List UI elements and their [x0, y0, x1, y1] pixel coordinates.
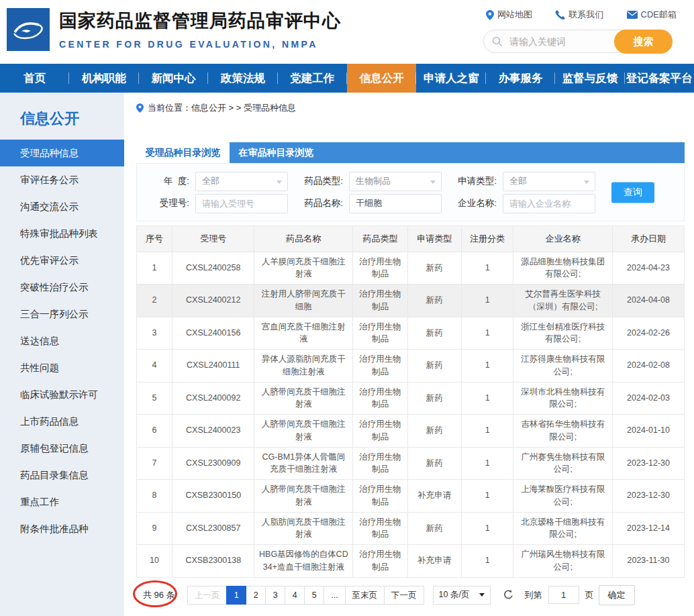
sidebar-item[interactable]: 特殊审批品种列表	[0, 220, 124, 247]
table-row[interactable]: 9CXSL2300857人脂肪间充质干细胞注射液治疗用生物制品新药1北京瑷格干细…	[137, 512, 685, 545]
sidebar-item[interactable]: 共性问题	[0, 354, 124, 381]
sidebar-item[interactable]: 原辅包登记信息	[0, 435, 124, 462]
table-cell: 治疗用生物制品	[353, 252, 408, 285]
table-cell: 7	[137, 447, 172, 480]
table-cell: 治疗用生物制品	[353, 317, 408, 350]
table-cell: 1	[461, 382, 513, 415]
title-block: 国家药品监督管理局药品审评中心 CENTER FOR DRUG EVALUATI…	[59, 9, 341, 50]
refresh-icon[interactable]	[503, 589, 514, 601]
table-row[interactable]: 6CXSL2400023人脐带间充质干细胞注射液治疗用生物制品新药1吉林省拓华生…	[137, 415, 685, 448]
company-name-input[interactable]	[503, 194, 595, 213]
pager-last-button[interactable]: 至末页	[345, 586, 385, 605]
nav-item[interactable]: 机构职能	[69, 64, 138, 93]
sidebar-item[interactable]: 临床试验默示许可	[0, 381, 124, 408]
table-header-cell: 企业名称	[513, 226, 613, 252]
drug-type-field: 药品类型: 生物制品	[300, 172, 454, 191]
cde-logo[interactable]	[7, 8, 50, 51]
tab-under-review-catalog[interactable]: 在审品种目录浏览	[230, 142, 323, 163]
table-cell: 北京瑷格干细胞科技有限公司;	[513, 512, 613, 545]
table-row[interactable]: 8CXSB2300150人脐带间充质干细胞注射液治疗用生物制品补充申请1上海莱馥…	[137, 480, 685, 513]
table-row[interactable]: 10CXSB2300138HBG基因修饰的自体CD34+造血干细胞注射液治疗用生…	[137, 545, 685, 578]
table-cell: 治疗用生物制品	[353, 512, 408, 545]
apply-type-select[interactable]: 全部	[503, 172, 595, 191]
sidebar-title: 信息公开	[0, 103, 124, 140]
nav-item[interactable]: 党建工作	[278, 64, 347, 93]
nav-item[interactable]: 办事服务	[486, 64, 555, 93]
pager-page-button[interactable]: 2	[246, 586, 266, 605]
table-header-cell: 受理号	[172, 226, 254, 252]
nav-item[interactable]: 首页	[0, 64, 69, 93]
main-panel: 当前位置：信息公开 > > 受理品种信息 受理品种目录浏览 在审品种目录浏览 年…	[124, 93, 694, 616]
search-input[interactable]	[508, 31, 622, 52]
table-cell: CXSL2300857	[172, 512, 254, 545]
table-cell: 2023-11-30	[613, 545, 685, 578]
table-cell: 2024-02-26	[613, 317, 685, 350]
goto-page-input[interactable]	[548, 586, 579, 604]
pager-prev-button[interactable]: 上一页	[187, 586, 228, 605]
receipt-no-label: 受理号:	[146, 197, 189, 209]
sidebar-item[interactable]: 上市药品信息	[0, 408, 124, 435]
pager-ellipsis[interactable]: ...	[324, 586, 345, 605]
sidebar-item[interactable]: 重点工作	[0, 489, 124, 515]
table-row[interactable]: 1CXSL2400258人羊膜间充质干细胞注射液治疗用生物制品新药1源品细胞生物…	[137, 252, 685, 285]
sidebar-item[interactable]: 优先审评公示	[0, 247, 124, 274]
sidebar-item[interactable]: 附条件批准品种	[0, 515, 124, 542]
contact-link[interactable]: 联系我们	[555, 9, 603, 21]
nav-item[interactable]: 信息公开	[347, 64, 416, 93]
year-select[interactable]: 全部	[195, 172, 288, 191]
page-size-select[interactable]: 10 条/页	[433, 586, 491, 605]
sidebar-item[interactable]: 沟通交流公示	[0, 193, 124, 220]
sidebar-item[interactable]: 送达信息	[0, 327, 124, 354]
table-cell: 新药	[407, 285, 461, 317]
nav-item[interactable]: 政策法规	[208, 64, 277, 93]
sidebar-item[interactable]: 三合一序列公示	[0, 301, 124, 327]
sidebar-item[interactable]: 药品目录集信息	[0, 462, 124, 489]
table-row[interactable]: 4CXSL2400111异体人源脂肪间充质干细胞注射液治疗用生物制品新药1江苏得…	[137, 350, 685, 382]
table-cell: 2023-12-14	[613, 512, 685, 545]
table-cell: 10	[137, 545, 172, 578]
pager-page-button[interactable]: 1	[226, 586, 246, 605]
pager-page-button[interactable]: 4	[285, 586, 305, 605]
table-header-row: 序号受理号药品名称药品类型申请类型注册分类企业名称承办日期	[137, 226, 685, 252]
table-row[interactable]: 5CXSL2400092人脐带间充质干细胞注射液治疗用生物制品新药1深圳市北科生…	[137, 382, 685, 415]
table-cell: 1	[461, 447, 513, 480]
table-row[interactable]: 7CXSL2300909CG-BM1异体人骨髓间充质干细胞注射液治疗用生物制品新…	[137, 447, 685, 480]
tab-bar: 受理品种目录浏览 在审品种目录浏览	[136, 142, 685, 163]
results-table: 序号受理号药品名称药品类型申请类型注册分类企业名称承办日期 1CXSL24002…	[136, 225, 685, 578]
table-cell: CXSL2400212	[172, 285, 254, 317]
query-button[interactable]: 查询	[611, 182, 654, 203]
nav-item[interactable]: 申请人之窗	[416, 64, 485, 93]
table-cell: 宫血间充质干细胞注射液	[254, 317, 353, 350]
drug-type-select[interactable]: 生物制品	[349, 172, 442, 191]
pager-page-button[interactable]: 3	[265, 586, 285, 605]
table-cell: 治疗用生物制品	[353, 415, 408, 448]
table-cell: CXSL2400258	[172, 252, 254, 285]
page: 国家药品监督管理局药品审评中心 CENTER FOR DRUG EVALUATI…	[0, 0, 694, 616]
drug-name-input[interactable]	[349, 194, 442, 213]
cde-mail-link[interactable]: CDE邮箱	[627, 9, 677, 21]
total-count-wrap: 共 96 条	[143, 589, 175, 601]
pager-page-button[interactable]: 5	[304, 586, 324, 605]
apply-type-value: 全部	[509, 175, 527, 187]
sidebar-item[interactable]: 受理品种信息	[0, 140, 124, 166]
table-cell: 9	[137, 512, 172, 545]
confirm-button[interactable]: 确定	[599, 585, 635, 605]
table-header-cell: 注册分类	[461, 226, 513, 252]
table-cell: 3	[137, 317, 172, 350]
pager-next-button[interactable]: 下一页	[384, 586, 424, 605]
table-row[interactable]: 3CXSL2400156宫血间充质干细胞注射液治疗用生物制品新药1浙江生创精准医…	[137, 317, 685, 350]
sidebar-item[interactable]: 审评任务公示	[0, 166, 124, 193]
table-row[interactable]: 2CXSL2400212注射用人脐带间充质干细胞治疗用生物制品新药1艾尔普再生医…	[137, 285, 685, 317]
sitemap-link[interactable]: 网站地图	[486, 9, 532, 21]
receipt-no-input[interactable]	[195, 194, 288, 213]
content: 信息公开 受理品种信息审评任务公示沟通交流公示特殊审批品种列表优先审评公示突破性…	[0, 93, 694, 616]
pagination-bar: 共 96 条 上一页12345...至末页下一页 10 条/页 到第 页 确定	[136, 585, 685, 605]
nav-item[interactable]: 登记备案平台	[625, 64, 694, 93]
tab-accepted-catalog[interactable]: 受理品种目录浏览	[136, 142, 230, 163]
sidebar-item[interactable]: 突破性治疗公示	[0, 274, 124, 301]
table-cell: 治疗用生物制品	[353, 447, 408, 480]
nav-item[interactable]: 监督与反馈	[555, 64, 624, 93]
nav-item[interactable]: 新闻中心	[139, 64, 208, 93]
table-cell: 人羊膜间充质干细胞注射液	[254, 252, 353, 285]
search-button[interactable]: 搜索	[614, 30, 673, 54]
